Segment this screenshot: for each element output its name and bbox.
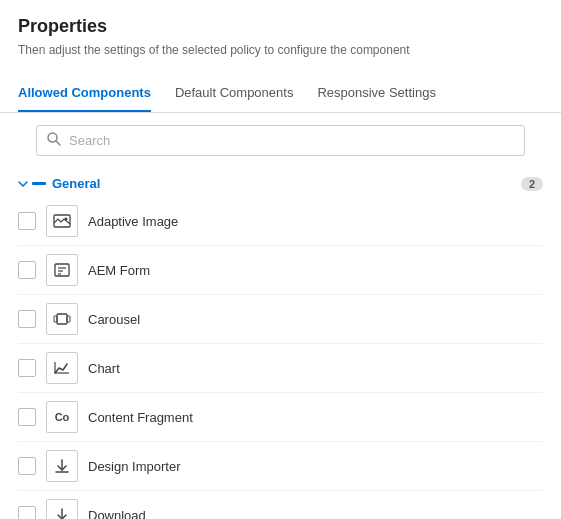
- checkbox-download[interactable]: [18, 506, 36, 519]
- checkbox-content-fragment[interactable]: [18, 408, 36, 426]
- tab-allowed-components[interactable]: Allowed Components: [18, 75, 151, 112]
- icon-design-importer: [46, 450, 78, 482]
- comp-name-carousel: Carousel: [88, 312, 140, 327]
- panel-header: Properties Then adjust the settings of t…: [0, 0, 561, 75]
- list-item: CoContent Fragment: [18, 393, 543, 442]
- checkbox-design-importer[interactable]: [18, 457, 36, 475]
- panel-title: Properties: [18, 16, 543, 37]
- main-content: General 2 Adaptive ImageAEM FormCarousel…: [0, 125, 561, 519]
- list-item: Adaptive Image: [18, 197, 543, 246]
- icon-carousel: [46, 303, 78, 335]
- components-list: Adaptive ImageAEM FormCarouselChartCoCon…: [18, 197, 543, 519]
- group-header: General 2: [18, 168, 543, 197]
- group-count-badge: 2: [521, 177, 543, 191]
- tab-responsive-settings[interactable]: Responsive Settings: [317, 75, 436, 112]
- svg-rect-8: [57, 314, 67, 324]
- list-item: Download: [18, 491, 543, 519]
- icon-adaptive-image: [46, 205, 78, 237]
- icon-content-fragment: Co: [46, 401, 78, 433]
- icon-aem-form: [46, 254, 78, 286]
- comp-name-design-importer: Design Importer: [88, 459, 180, 474]
- group-collapse-button[interactable]: [18, 179, 28, 189]
- search-icon: [47, 132, 61, 149]
- icon-chart: [46, 352, 78, 384]
- comp-name-chart: Chart: [88, 361, 120, 376]
- list-item: Chart: [18, 344, 543, 393]
- checkbox-chart[interactable]: [18, 359, 36, 377]
- list-item: AEM Form: [18, 246, 543, 295]
- list-item: Carousel: [18, 295, 543, 344]
- group-minus-icon: [32, 182, 46, 185]
- tabs-bar: Allowed Components Default Components Re…: [0, 75, 561, 113]
- comp-name-content-fragment: Content Fragment: [88, 410, 193, 425]
- comp-name-aem-form: AEM Form: [88, 263, 150, 278]
- properties-panel: Properties Then adjust the settings of t…: [0, 0, 561, 519]
- tab-default-components[interactable]: Default Components: [175, 75, 294, 112]
- svg-point-3: [65, 218, 68, 221]
- checkbox-carousel[interactable]: [18, 310, 36, 328]
- svg-rect-10: [67, 316, 70, 322]
- icon-download: [46, 499, 78, 519]
- svg-rect-9: [54, 316, 57, 322]
- search-input[interactable]: [69, 133, 514, 148]
- comp-name-adaptive-image: Adaptive Image: [88, 214, 178, 229]
- checkbox-aem-form[interactable]: [18, 261, 36, 279]
- list-item: Design Importer: [18, 442, 543, 491]
- svg-line-1: [56, 141, 60, 145]
- panel-subtitle: Then adjust the settings of the selected…: [18, 43, 543, 57]
- checkbox-adaptive-image[interactable]: [18, 212, 36, 230]
- comp-name-download: Download: [88, 508, 146, 520]
- search-bar[interactable]: [36, 125, 525, 156]
- svg-rect-4: [55, 264, 69, 276]
- group-label[interactable]: General: [52, 176, 100, 191]
